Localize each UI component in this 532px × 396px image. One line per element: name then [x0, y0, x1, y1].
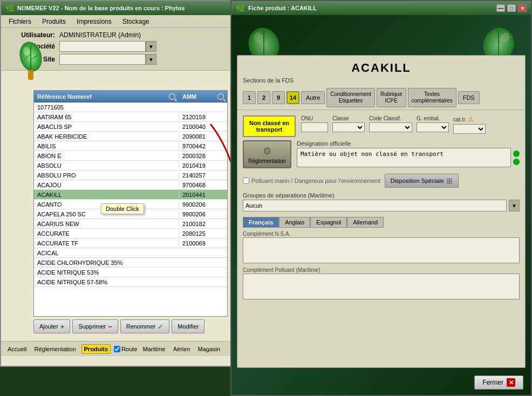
gembal-label: G. embal. — [417, 115, 449, 121]
table-row[interactable]: ABILIS9700442 — [34, 141, 227, 151]
transport-section: Non classé en transport ONU Classe Code … — [237, 110, 525, 140]
tab-textes[interactable]: Textescomplémentaires — [408, 88, 456, 107]
nav-accueil[interactable]: Accueil — [5, 345, 29, 353]
cell-ref: ACAKILL — [34, 192, 179, 198]
disposition-speciale-button[interactable]: Disposition Spéciale ⊞ — [385, 174, 459, 188]
renommer-button[interactable]: Renommer ✓ — [120, 319, 169, 333]
tab-1[interactable]: 1 — [243, 91, 256, 104]
societe-dropdown[interactable]: ▼ — [146, 41, 156, 52]
regl-btn-container: ⚙ Réglementation — [243, 140, 291, 168]
route-checkbox[interactable] — [114, 346, 120, 352]
supprimer-button[interactable]: Supprimer − — [72, 319, 118, 333]
nav-produits[interactable]: Produits — [81, 344, 111, 354]
search-ref-icon[interactable] — [169, 93, 175, 100]
complement-polluant-label: Complément Polluant (Maritime) — [243, 267, 520, 273]
detail-logo-icon: 🌿 — [236, 4, 245, 12]
table-row[interactable]: ABION E2000328 — [34, 151, 227, 161]
table-row[interactable]: ACIDE NITRIQUE 53% — [34, 268, 227, 277]
cell-amm: 2000328 — [179, 153, 227, 159]
groupes-input[interactable] — [243, 200, 507, 211]
complement-polluant-input[interactable] — [243, 274, 520, 299]
lang-tab-anglais[interactable]: Anglais — [279, 217, 310, 228]
cell-amm: 2010441 — [179, 192, 227, 198]
gembal-select[interactable] — [417, 122, 449, 132]
cell-ref: ABSOLU — [34, 162, 179, 169]
fermer-button[interactable]: Fermer ✕ — [474, 375, 523, 390]
cell-ref: ACIDE NITRIQUE 53% — [34, 269, 179, 276]
tab-fds[interactable]: FDS — [458, 91, 480, 104]
sections-label: Sections de la FDS — [237, 77, 525, 86]
table-row[interactable]: ABSOLU PRO2140257 — [34, 170, 227, 180]
table-row[interactable]: ACICAL — [34, 248, 227, 258]
table-row[interactable]: ACIDE CHLORHYDRIQUE 35% — [34, 258, 227, 268]
detail-content-panel: ACAKILL Sections de la FDS 1 2 9 14 Autr… — [237, 55, 526, 368]
groupes-dropdown-arrow[interactable]: ▼ — [509, 200, 520, 211]
table-row[interactable]: ABSOLU2010419 — [34, 161, 227, 170]
societe-input[interactable] — [59, 41, 146, 52]
table-row[interactable]: AATIRAM 652120159 — [34, 112, 227, 122]
tab-conditionnement[interactable]: ConditionnementEtiquettes — [326, 88, 375, 107]
green-dot-bottom — [513, 159, 520, 165]
search-amm-icon[interactable] — [217, 93, 224, 100]
tab-rubrique[interactable]: RubriqueICPE — [377, 88, 406, 107]
product-title: ACAKILL — [237, 56, 525, 77]
table-row[interactable]: ACCURATE TF2100069 — [34, 238, 227, 248]
code-classif-select[interactable] — [369, 122, 412, 132]
groupes-section: Groupes de séparations (Maritime) ▼ — [237, 190, 525, 214]
menu-impressions[interactable]: Impressions — [71, 17, 117, 26]
onu-input[interactable] — [301, 122, 328, 132]
main-window-title: NOMEREF V22 - Nom de la base produits en… — [17, 5, 185, 11]
table-row[interactable]: ACCURATE2080125 — [34, 229, 227, 238]
groupes-select-wrapper: ▼ — [243, 200, 520, 211]
detail-window: 🌿 Fiche produit : ACAKILL — □ ✕ — [230, 0, 532, 396]
classe-select[interactable] — [332, 122, 365, 132]
complement-nsa-input[interactable] — [243, 237, 520, 263]
menu-fichiers[interactable]: Fichiers — [3, 17, 37, 26]
plus-icon: + — [60, 323, 65, 331]
cell-ref: ACAJOU — [34, 182, 179, 188]
tab-14[interactable]: 14 — [287, 91, 299, 104]
table-row[interactable]: ACAKILL2010441 — [34, 190, 227, 200]
maximize-button[interactable]: □ — [507, 4, 516, 12]
minimize-button[interactable]: — — [496, 4, 505, 12]
polluant-checkbox[interactable] — [243, 177, 249, 184]
classe-group: Classe — [332, 115, 365, 132]
lang-tabs: Français Anglais Espagnol Allemand — [237, 214, 525, 229]
lang-tab-espagnol[interactable]: Espagnol — [310, 217, 347, 228]
site-input[interactable] — [59, 54, 146, 65]
designation-input[interactable] — [297, 148, 511, 167]
reglementation-button[interactable]: ⚙ Réglementation — [243, 140, 291, 168]
table-row[interactable]: ACIDE NITRIQUE 57-58% — [34, 277, 227, 287]
main-menubar: Fichiers Produits Impressions Stockage — [1, 15, 231, 28]
lang-tab-allemand[interactable]: Allemand — [347, 217, 384, 228]
site-dropdown[interactable]: ▼ — [146, 54, 156, 65]
close-button[interactable]: ✕ — [518, 4, 527, 12]
tab-9[interactable]: 9 — [272, 91, 285, 104]
table-row[interactable]: ABACLIS SP2100040 — [34, 122, 227, 132]
ajouter-button[interactable]: Ajouter + — [33, 319, 70, 333]
tab-2[interactable]: 2 — [257, 91, 270, 104]
cattr-select[interactable] — [453, 124, 486, 134]
table-row[interactable]: 10771605 — [34, 103, 227, 112]
modifier-button[interactable]: Modifier — [172, 319, 204, 333]
nav-maritime[interactable]: Maritime — [141, 345, 168, 353]
nav-reglementation[interactable]: Réglementation — [32, 345, 78, 353]
table-row[interactable]: ACARIUS NEW2100182 — [34, 219, 227, 229]
nav-aerien[interactable]: Aérien — [171, 345, 193, 353]
fermer-icon: ✕ — [507, 378, 515, 387]
tab-autre[interactable]: Autre — [301, 91, 325, 104]
cell-ref: ABSOLU PRO — [34, 172, 179, 179]
menu-stockage[interactable]: Stockage — [117, 17, 155, 26]
menu-produits[interactable]: Produits — [37, 17, 71, 26]
polluant-section: Polluant marin / Dangereux pour l'enviro… — [237, 172, 525, 190]
cell-ref: ABAK HERBICIDE — [34, 133, 179, 140]
cell-amm: 9900206 — [179, 201, 227, 208]
regl-icon: ⚙ — [263, 145, 271, 157]
nav-magasin[interactable]: Magasin — [195, 345, 222, 353]
bottom-nav: Accueil Réglementation Produits Route Ma… — [1, 341, 233, 356]
double-click-tooltip: Double Click — [101, 203, 144, 214]
table-row[interactable]: ACAJOU9700468 — [34, 180, 227, 190]
lang-tab-francais[interactable]: Français — [243, 217, 279, 228]
green-dots — [513, 151, 520, 165]
table-row[interactable]: ABAK HERBICIDE2090081 — [34, 132, 227, 141]
